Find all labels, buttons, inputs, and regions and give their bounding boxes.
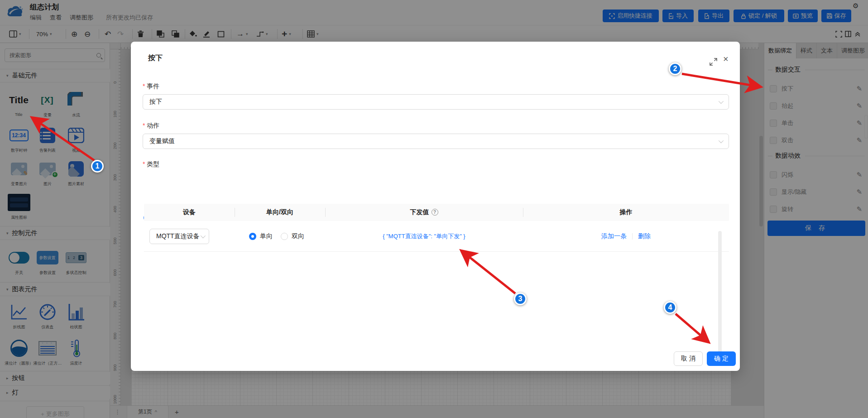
expand-icon — [710, 58, 717, 66]
annotation-badge-1: 1 — [91, 160, 104, 173]
action-select[interactable]: 变量赋值 — [143, 134, 729, 149]
cancel-button[interactable]: 取 消 — [674, 351, 703, 366]
action-field-label: 动作 — [143, 122, 159, 130]
direction-oneway-radio[interactable] — [249, 233, 256, 240]
add-row-link[interactable]: 添加一条 — [601, 232, 627, 240]
table-row: MQTT直连设备 单向 双向 { "MQTT直连设备": "单向下发" } — [144, 221, 729, 252]
event-config-dialog: 按下 × 事件 按下 动作 变量赋值 类型 联网设备 产品/场景 设备 单向/双… — [131, 42, 740, 371]
action-select-value: 变量赋值 — [149, 137, 175, 145]
col-device: 设备 — [144, 208, 235, 216]
annotation-badge-4: 4 — [664, 301, 676, 314]
dispatch-value-link[interactable]: { "MQTT直连设备": "单向下发" } — [325, 232, 523, 240]
annotation-badge-2: 2 — [669, 62, 681, 75]
table-header: 设备 单向/双向 下发值? 操作 — [144, 204, 729, 221]
dialog-expand-button[interactable] — [710, 58, 718, 66]
device-select-value: MQTT直连设备 — [156, 232, 200, 240]
dialog-close-button[interactable]: × — [723, 54, 729, 63]
col-direction: 单向/双向 — [235, 208, 325, 216]
col-dispatch-value: 下发值? — [325, 208, 523, 216]
event-select[interactable]: 按下 — [143, 94, 729, 110]
row-operations: 添加一条 删除 — [523, 232, 729, 240]
confirm-button[interactable]: 确 定 — [707, 351, 736, 366]
dialog-title: 按下 — [148, 53, 163, 63]
col-operation: 操作 — [523, 208, 729, 216]
help-icon[interactable]: ? — [432, 209, 438, 216]
chevron-down-icon — [201, 233, 206, 238]
event-field-label: 事件 — [143, 82, 159, 91]
table-empty-area — [144, 252, 729, 337]
delete-row-link[interactable]: 删除 — [638, 232, 651, 240]
type-field-label: 类型 — [143, 160, 159, 168]
chevron-down-icon — [719, 138, 724, 143]
direction-twoway-radio[interactable] — [281, 233, 288, 240]
device-select[interactable]: MQTT直连设备 — [149, 229, 209, 244]
event-select-value: 按下 — [149, 98, 162, 106]
annotation-badge-3: 3 — [514, 293, 527, 305]
app-root: 组态计划 编辑 查看 调整图形 所有更改均已保存 启用快捷连接 导入 导出 锁定… — [0, 0, 868, 418]
table-scrollbar[interactable] — [718, 231, 722, 355]
direction-twoway-label: 双向 — [292, 232, 304, 240]
chevron-down-icon — [719, 99, 724, 104]
dispatch-table: 设备 单向/双向 下发值? 操作 MQTT直连设备 — [144, 204, 729, 337]
direction-oneway-label: 单向 — [260, 232, 273, 240]
